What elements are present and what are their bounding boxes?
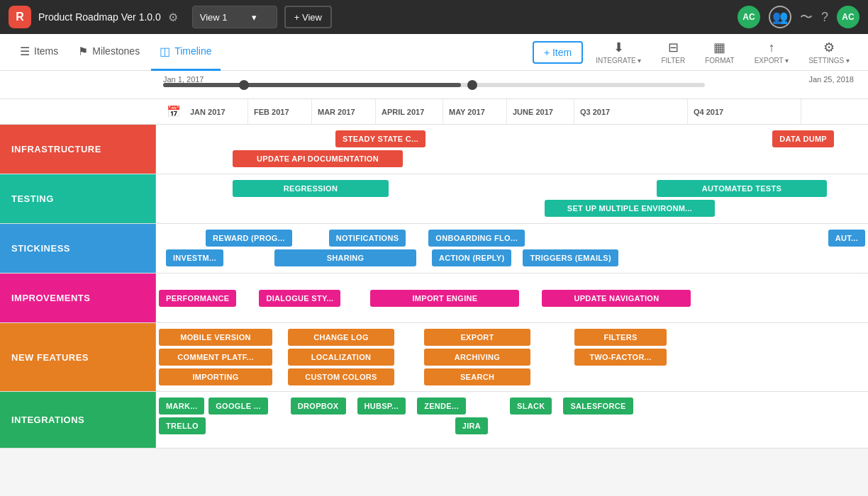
team-avatar[interactable]: 👥 (769, 6, 791, 28)
month-may: MAY 2017 (443, 99, 507, 125)
subnav: ☰ Items ⚑ Milestones ◫ Timeline + Item ⬇… (0, 34, 868, 71)
chip-regression[interactable]: REGRESSION (233, 180, 389, 197)
chip-automated-tests[interactable]: AUTOMATED TESTS (657, 180, 827, 197)
tab-timeline-label: Timeline (174, 45, 211, 57)
chip-update-api[interactable]: UPDATE API DOCUMENTATION (233, 150, 403, 167)
filter-icon: ⊟ (668, 40, 679, 55)
chip-google[interactable]: GOOGLE ... (208, 398, 268, 415)
slider-fill (163, 83, 461, 87)
integrate-button[interactable]: ⬇ INTEGRATE ▾ (589, 37, 648, 67)
chip-hubsp[interactable]: HUBSP... (357, 398, 406, 415)
row-new-features: NEW FEATURES MOBILE VERSION CHANGE LOG E… (0, 323, 868, 392)
settings-button[interactable]: ⚙ SETTINGS ▾ (801, 37, 857, 67)
calendar-icon: 📅 (163, 105, 184, 118)
chip-update-navigation[interactable]: UPDATE NAVIGATION (542, 290, 691, 307)
slider-track[interactable] (163, 83, 705, 87)
user-avatar-main[interactable]: AC (837, 6, 859, 28)
chip-action-reply[interactable]: ACTION (REPLY) (432, 249, 511, 266)
topbar-right: AC 👥 〜 ? AC (738, 6, 859, 28)
chip-dropbox[interactable]: DROPBOX (291, 398, 346, 415)
row-improvements: IMPROVEMENTS PERFORMANCE DIALOGUE STY...… (0, 274, 868, 323)
row-content-improvements: PERFORMANCE DIALOGUE STY... IMPORT ENGIN… (156, 274, 868, 322)
chevron-down-icon: ▾ (252, 12, 257, 23)
chip-notifications[interactable]: NOTIFICATIONS (329, 230, 406, 247)
gear-icon[interactable]: ⚙ (168, 11, 178, 24)
chip-slack[interactable]: SLACK (510, 398, 552, 415)
app-title: Product Roadmap Ver 1.0.0 (38, 11, 161, 23)
chip-search[interactable]: SEARCH (424, 368, 530, 385)
view-selector[interactable]: View 1 ▾ (192, 6, 277, 28)
activity-icon[interactable]: 〜 (800, 9, 813, 26)
row-integrations: INTEGRATIONS MARK... GOOGLE ... DROPBOX … (0, 392, 868, 449)
chip-import-engine[interactable]: IMPORT ENGINE (370, 290, 519, 307)
slider-handle-right[interactable] (467, 80, 477, 90)
add-item-button[interactable]: + Item (533, 41, 583, 64)
row-content-stickiness: REWARD (PROG... NOTIFICATIONS ONBOARDING… (156, 224, 868, 273)
tab-milestones[interactable]: ⚑ Milestones (69, 34, 148, 71)
month-q3: Q3 2017 (574, 99, 688, 125)
chip-two-factor[interactable]: TWO-FACTOR... (574, 349, 667, 366)
chip-localization[interactable]: LOCALIZATION (288, 349, 394, 366)
chip-data-dump[interactable]: DATA DUMP (772, 130, 834, 147)
row-label-stickiness: STICKINESS (0, 224, 156, 273)
help-icon[interactable]: ? (821, 10, 828, 25)
chip-zende[interactable]: ZENDE... (417, 398, 466, 415)
chip-performance[interactable]: PERFORMANCE (159, 290, 236, 307)
export-icon: ↑ (768, 40, 774, 55)
chip-importing[interactable]: IMPORTING (159, 368, 272, 385)
chip-change-log[interactable]: CHANGE LOG (288, 329, 394, 346)
filter-button[interactable]: ⊟ FILTER (654, 37, 692, 67)
nav-tabs: ☰ Items ⚑ Milestones ◫ Timeline (11, 34, 533, 71)
chip-dialogue-sty[interactable]: DIALOGUE STY... (259, 290, 340, 307)
chip-onboarding[interactable]: ONBOARDING FLO... (428, 230, 525, 247)
row-label-integrations: INTEGRATIONS (0, 392, 156, 448)
chip-triggers-emails[interactable]: TRIGGERS (EMAILS) (523, 249, 618, 266)
row-infrastructure: INFRASTRUCTURE STEADY STATE C... DATA DU… (0, 125, 868, 174)
row-content-new-features: MOBILE VERSION CHANGE LOG EXPORT FILTERS… (156, 323, 868, 391)
chip-investm[interactable]: INVESTM... (166, 249, 223, 266)
tab-items[interactable]: ☰ Items (11, 34, 67, 71)
tab-milestones-label: Milestones (92, 45, 140, 57)
export-button[interactable]: ↑ EXPORT ▾ (747, 38, 796, 67)
month-jun: JUNE 2017 (507, 99, 574, 125)
row-content-integrations: MARK... GOOGLE ... DROPBOX HUBSP... ZEND… (156, 392, 868, 448)
settings-icon: ⚙ (823, 40, 835, 55)
user-avatar-ac[interactable]: AC (738, 6, 760, 28)
chip-aut[interactable]: AUT... (828, 230, 865, 247)
chip-set-up-env[interactable]: SET UP MULTIPLE ENVIRONM... (545, 200, 715, 217)
chip-salesforce[interactable]: SALESFORCE (563, 398, 633, 415)
subnav-actions: + Item ⬇ INTEGRATE ▾ ⊟ FILTER ▦ FORMAT ↑… (533, 37, 857, 67)
chip-jira[interactable]: JIRA (455, 417, 488, 434)
chip-reward[interactable]: REWARD (PROG... (206, 230, 292, 247)
chip-comment-platf[interactable]: COMMENT PLATF... (159, 349, 272, 366)
chip-mark[interactable]: MARK... (159, 398, 204, 415)
month-feb: FEB 2017 (248, 99, 312, 125)
format-icon: ▦ (713, 40, 725, 55)
row-label-testing: TESTING (0, 174, 156, 223)
tab-items-label: Items (34, 45, 58, 57)
row-stickiness: STICKINESS REWARD (PROG... NOTIFICATIONS… (0, 224, 868, 274)
chip-custom-colors[interactable]: CUSTOM COLORS (288, 368, 394, 385)
chip-filters[interactable]: FILTERS (574, 329, 667, 346)
chip-archiving[interactable]: ARCHIVING (424, 349, 530, 366)
chip-steady-state[interactable]: STEADY STATE C... (335, 130, 425, 147)
row-label-improvements: IMPROVEMENTS (0, 274, 156, 322)
tab-timeline[interactable]: ◫ Timeline (151, 34, 220, 71)
flag-icon: ⚑ (78, 45, 88, 58)
chip-export[interactable]: EXPORT (424, 329, 530, 346)
chip-trello[interactable]: TRELLO (159, 417, 206, 434)
add-view-button[interactable]: + View (284, 6, 332, 28)
list-icon: ☰ (20, 45, 30, 58)
month-q4: Q4 2017 (688, 99, 801, 125)
view-label: View 1 (200, 12, 228, 23)
row-label-new-features: NEW FEATURES (0, 323, 156, 391)
row-content-testing: REGRESSION AUTOMATED TESTS SET UP MULTIP… (156, 174, 868, 223)
slider-handle-left[interactable] (239, 80, 249, 90)
chip-mobile-version[interactable]: MOBILE VERSION (159, 329, 272, 346)
date-slider: Jan 1, 2017 Jan 25, 2018 (0, 71, 868, 99)
row-testing: TESTING REGRESSION AUTOMATED TESTS SET U… (0, 174, 868, 224)
chip-sharing[interactable]: SHARING (274, 249, 416, 266)
timeline-body: LEGEND INFRASTRUCTURE STEADY STATE C... … (0, 125, 868, 449)
slider-date-right: Jan 25, 2018 (808, 75, 854, 84)
format-button[interactable]: ▦ FORMAT (698, 37, 741, 67)
